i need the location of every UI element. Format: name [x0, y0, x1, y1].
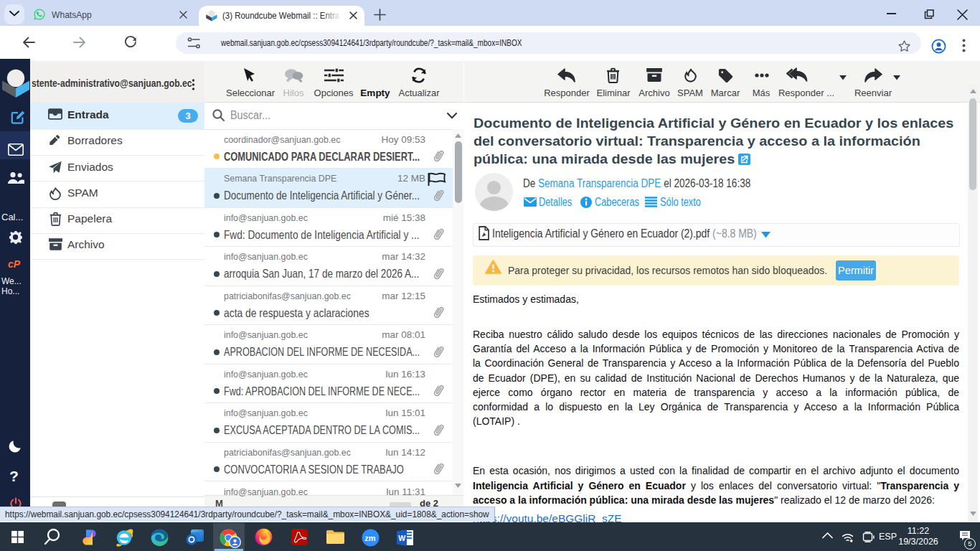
svg-text:zm: zm [364, 534, 376, 542]
svg-text:W: W [398, 534, 405, 542]
